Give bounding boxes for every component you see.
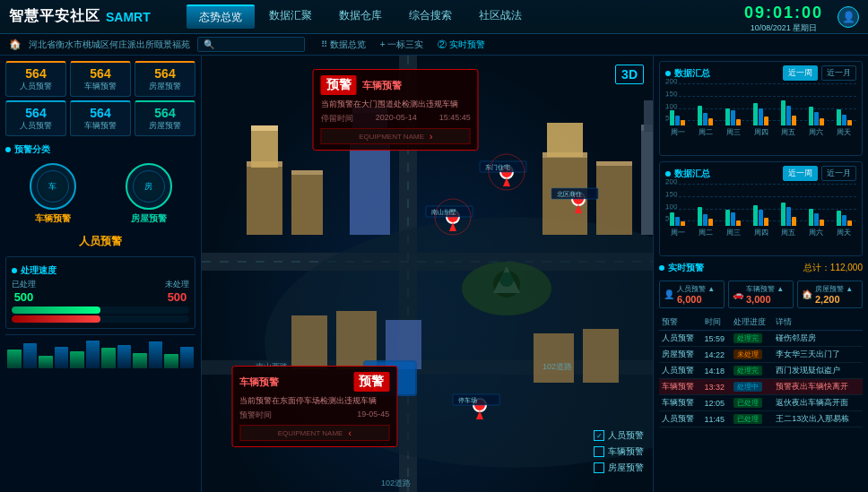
svg-marker-40 bbox=[503, 177, 510, 186]
nav-tab-strategy[interactable]: 社区战法 bbox=[466, 4, 534, 29]
bar-group-0: 周一 bbox=[665, 177, 690, 237]
nav-tab-overview[interactable]: 态势总览 bbox=[187, 4, 255, 29]
alert-row-4[interactable]: 车辆预警 12:05 已处理 返伙夜出车辆高开面 bbox=[659, 395, 863, 411]
cell-type-4: 车辆预警 bbox=[659, 395, 702, 411]
cell-type-1: 房屋预警 bbox=[659, 347, 702, 363]
bar-blue-2 bbox=[731, 110, 735, 125]
done-label: 已处理 bbox=[12, 279, 36, 290]
done-item: 已处理 500 bbox=[12, 279, 36, 304]
vehicle-warn-circle: 车 车辆预警 bbox=[7, 163, 98, 225]
alert-row-3[interactable]: 车辆预警 13:32 处理中 预警夜出车辆快离开 bbox=[659, 379, 863, 395]
cell-detail-5: 王二13次出入那易栋 bbox=[773, 411, 863, 427]
house-warn-label: 房屋预警 bbox=[131, 212, 167, 225]
search-bar[interactable]: 🔍 bbox=[197, 37, 305, 52]
svg-rect-22 bbox=[547, 123, 583, 157]
svg-rect-6 bbox=[247, 163, 282, 235]
alert-stat-row: 👤 人员预警 ▲ 6,000 🚗 车辆预警 ▲ 3,000 🏠 bbox=[659, 281, 863, 308]
nav-tab-warehouse[interactable]: 数据仓库 bbox=[326, 4, 395, 29]
svg-text:北区商住: 北区商住 bbox=[557, 191, 582, 197]
bar-orange-3 bbox=[764, 218, 768, 226]
process-dot bbox=[12, 268, 17, 273]
search-icon: 🔍 bbox=[204, 39, 214, 49]
status-badge-4: 已处理 bbox=[733, 398, 762, 408]
alert-stat-vehicle: 🚗 车辆预警 ▲ 3,000 bbox=[728, 281, 794, 308]
bar-group-1: 周二 bbox=[693, 177, 718, 237]
cb-house-box[interactable] bbox=[594, 462, 604, 473]
vehicle-stat-label: 车辆预警 ▲ bbox=[746, 284, 784, 294]
stat-grid-row1: 564 人员预警 564 车辆预警 564 房屋预警 bbox=[5, 61, 195, 97]
svg-rect-23 bbox=[596, 163, 632, 235]
sub-tab-realid[interactable]: + 一标三实 bbox=[380, 39, 424, 51]
house-stat-label: 房屋预警 ▲ bbox=[815, 284, 853, 294]
cell-status-5: 已处理 bbox=[731, 411, 774, 427]
nav-tab-search[interactable]: 综合搜索 bbox=[396, 4, 464, 29]
bar-teal-5 bbox=[809, 107, 813, 125]
alert-table-body: 人员预警 15:59 处理完 碰伤邻居房 房屋预警 14:22 未处理 李女华三… bbox=[659, 331, 863, 427]
bar-blue-3 bbox=[759, 210, 763, 226]
alert-time-top: 停留时间 2020-05-14 15:45:45 bbox=[321, 113, 471, 125]
bar-blue-6 bbox=[842, 215, 846, 226]
bar-day-label-1: 周二 bbox=[699, 127, 713, 137]
realtime-title: 实时预警 bbox=[668, 262, 704, 274]
realtime-section: 实时预警 总计：112,000 👤 人员预警 ▲ 6,000 🚗 车辆预警 ▲ bbox=[659, 262, 863, 487]
cb-house[interactable]: 房屋预警 bbox=[594, 462, 644, 474]
svg-rect-10 bbox=[291, 172, 323, 235]
cell-detail-1: 李女华三天出门了 bbox=[773, 347, 863, 363]
cb-person[interactable]: ✓ 人员预警 bbox=[594, 429, 644, 442]
bar-group-4: 周五 bbox=[776, 76, 801, 137]
alert-row-2[interactable]: 人员预警 14:18 处理完 西门发现疑似盗户 bbox=[659, 363, 863, 379]
user-avatar[interactable]: 👤 bbox=[838, 6, 859, 28]
alert-row-0[interactable]: 人员预警 15:59 处理完 碰伤邻居房 bbox=[659, 331, 863, 347]
map-3d-label[interactable]: 3D bbox=[615, 65, 644, 84]
cell-time-5: 11:45 bbox=[702, 411, 731, 427]
cell-detail-3: 预警夜出车辆快离开 bbox=[773, 379, 863, 395]
cell-status-1: 未处理 bbox=[731, 347, 774, 363]
header: 智慧平安社区 SAMRT 态势总览 数据汇聚 数据仓库 综合搜索 社区战法 09… bbox=[0, 0, 868, 34]
th-type: 预警 bbox=[659, 315, 702, 331]
logo-sub: SAMRT bbox=[106, 10, 151, 24]
cell-status-2: 处理完 bbox=[731, 363, 774, 379]
bar-teal-4 bbox=[781, 203, 786, 226]
mini-bar-4 bbox=[55, 347, 69, 369]
alert-desc-top: 当前预警在大门围道处检测出违规车辆 bbox=[321, 99, 471, 110]
chart-section-1: 数据汇总 近一周 近一月 20015010050周一周二周三周四周五周六周天 bbox=[659, 61, 863, 156]
vehicle-circle-inner: 车 bbox=[37, 170, 69, 203]
nav-tab-data[interactable]: 数据汇聚 bbox=[256, 4, 325, 29]
logo-text: 智慧平安社区 bbox=[9, 7, 100, 26]
bar-teal-2 bbox=[725, 210, 730, 226]
chart-dot-2 bbox=[665, 171, 671, 177]
vehicle-circle: 车 bbox=[30, 163, 76, 210]
bar-day-label-0: 周一 bbox=[671, 127, 685, 137]
bar-blue-6 bbox=[842, 115, 846, 125]
bar-teal-3 bbox=[753, 103, 758, 125]
main-warn-label: 人员预警 bbox=[5, 234, 195, 249]
house-stat-icon: 🏠 bbox=[802, 289, 812, 299]
person-stat-info: 人员预警 ▲ 6,000 bbox=[677, 284, 715, 305]
bar-orange-5 bbox=[820, 118, 824, 125]
vehicle-stat-icon: 🚗 bbox=[733, 289, 743, 299]
sub-tab-realtime[interactable]: ② 实时预警 bbox=[438, 39, 485, 51]
bar-teal-1 bbox=[698, 207, 702, 226]
mini-bar-2 bbox=[23, 343, 38, 368]
alert-row-1[interactable]: 房屋预警 14:22 未处理 李女华三天出门了 bbox=[659, 347, 863, 363]
breadcrumb-bar: 🏠 河北省衡水市桃城区何庄派出所颐景福苑 🔍 ⠿ 数据总览 + 一标三实 ② 实… bbox=[0, 34, 868, 56]
cb-vehicle-box[interactable] bbox=[594, 446, 604, 457]
alert-row-5[interactable]: 人员预警 11:45 已处理 王二13次出入那易栋 bbox=[659, 411, 863, 427]
warn-class-grid: 车 车辆预警 房 房屋预警 bbox=[5, 161, 195, 227]
cb-vehicle[interactable]: 车辆预警 bbox=[594, 445, 644, 458]
cell-detail-4: 返伙夜出车辆高开面 bbox=[773, 395, 863, 411]
mini-bar-5 bbox=[70, 351, 84, 368]
bar-blue-3 bbox=[759, 108, 763, 125]
bar-group-3: 周四 bbox=[749, 76, 774, 137]
sub-tab-overview[interactable]: ⠿ 数据总览 bbox=[321, 39, 366, 51]
bar-day-label-6: 周天 bbox=[837, 127, 851, 137]
bar-blue-5 bbox=[814, 112, 819, 125]
bar-day-label-2: 周三 bbox=[726, 228, 741, 237]
header-time: 09:01:00 10/08/2021 星期日 bbox=[744, 4, 823, 34]
bar-orange-2 bbox=[736, 119, 741, 125]
th-time: 时间 bbox=[702, 315, 731, 331]
home-icon[interactable]: 🏠 bbox=[9, 39, 22, 50]
bar-group-0: 周一 bbox=[665, 76, 690, 137]
cb-person-box[interactable]: ✓ bbox=[594, 430, 604, 441]
bar-group-6: 周天 bbox=[831, 177, 856, 237]
